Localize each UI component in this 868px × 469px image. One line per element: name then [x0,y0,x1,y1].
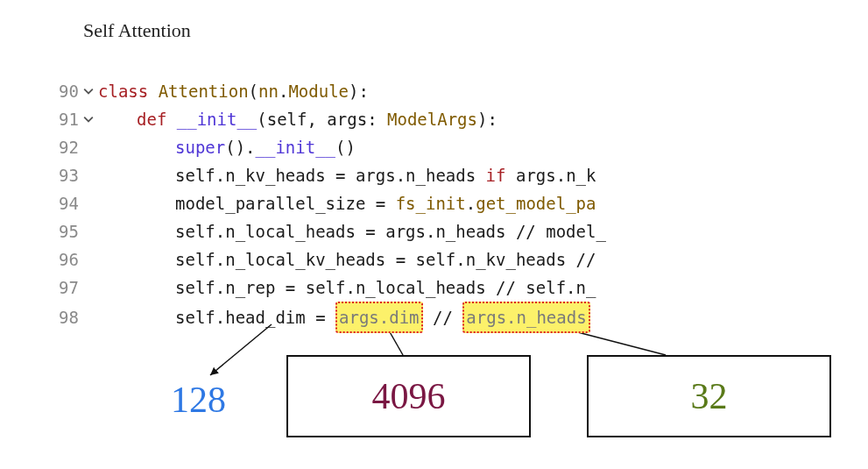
token: self.n_rep = self.n_local_heads // self.… [175,274,596,302]
line-number: 90 [53,77,79,105]
line-number: 98 [53,303,79,331]
code-line-98: 98 self.head_dim = args.dim // args.n_he… [53,302,823,333]
code-line-93: 93 self.n_kv_heads = args.n_heads if arg… [53,161,823,189]
slide-title: Self Attention [83,19,191,42]
token: model_parallel_size = [175,189,396,217]
token: if [486,161,506,189]
highlight-args-dim: args.dim [335,302,423,333]
line-number: 94 [53,189,79,217]
code-line-92: 92 super (). __init__ () [53,133,823,161]
token: nn [258,77,279,105]
token: class [98,77,148,105]
token: . [279,77,288,105]
token: (). [225,133,255,161]
token: args.n_k [506,161,596,189]
code-line-94: 94 model_parallel_size = fs_init . get_m… [53,189,823,217]
line-number: 93 [53,161,79,189]
value-dim: 4096 [286,355,531,437]
token: . [466,189,476,217]
token: self.head_dim = [175,303,335,331]
line-number: 96 [53,245,79,274]
token: self.n_local_heads = args.n_heads // mod… [175,217,606,245]
code-line-96: 96 self.n_local_kv_heads = self.n_kv_hea… [53,245,823,274]
code-line-97: 97 self.n_rep = self.n_local_heads // se… [53,274,823,302]
chevron-down-icon [79,86,98,96]
token: self.n_kv_heads = args.n_heads [175,161,486,189]
token: ): [477,105,498,133]
token: () [335,133,356,161]
line-number: 91 [53,105,79,133]
line-number: 97 [53,274,79,302]
chevron-down-icon [79,114,98,124]
token: ModelArgs [387,105,477,133]
token: ( [249,77,258,105]
token: fs_init [396,189,466,217]
token: Module [288,77,349,105]
token: get_model_pa [476,189,596,217]
token: (self, args: [257,105,387,133]
token: def [137,105,166,133]
token: super [175,133,225,161]
line-number: 95 [53,217,79,245]
code-line-95: 95 self.n_local_heads = args.n_heads // … [53,217,823,245]
token: : [359,77,369,105]
token: ) [349,77,358,105]
token: Attention [159,77,249,105]
token: __init__ [177,105,258,133]
code-line-91: 91 def __init__ (self, args: ModelArgs )… [53,105,823,133]
value-n-heads: 32 [587,355,831,437]
code-line-90: 90 class Attention ( nn . Module ) : [53,77,823,105]
value-head-dim: 128 [171,379,226,421]
token: self.n_local_kv_heads = self.n_kv_heads … [175,245,596,274]
code-block: 90 class Attention ( nn . Module ) : 91 … [53,77,823,333]
highlight-args-nheads: args.n_heads [462,302,589,333]
token: // [423,303,463,331]
token: __init__ [256,133,336,161]
line-number: 92 [53,133,79,161]
